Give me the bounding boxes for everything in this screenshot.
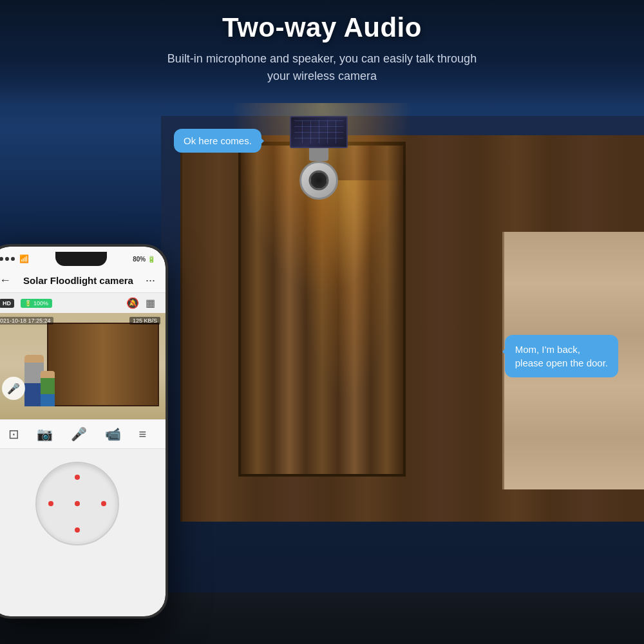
signal-dot-3 — [11, 257, 15, 261]
camera-body — [299, 161, 338, 200]
mic-overlay-button[interactable]: 🎤 — [2, 377, 25, 400]
subtitle-line1: Built-in microphone and speaker, you can… — [167, 52, 477, 65]
phone-screen: 📶 80% 🔋 ← Solar Floodlight camera ··· HD… — [0, 247, 166, 616]
page-subtitle: Built-in microphone and speaker, you can… — [0, 50, 644, 85]
app-toolbar: HD 🔋 100% 🔕 ▦ — [0, 293, 166, 313]
back-button[interactable]: ← — [0, 274, 11, 287]
signal-dots: 📶 — [0, 254, 29, 263]
battery-badge: 🔋 100% — [21, 299, 52, 308]
mute-icon[interactable]: 🔕 — [126, 297, 139, 309]
feed-figure-child — [41, 371, 55, 406]
wifi-icon: 📶 — [19, 254, 29, 263]
camera-mount — [309, 148, 328, 161]
camera-speech-bubble: Ok here comes. — [174, 129, 261, 153]
app-controls: ⊡ 📷 🎤 📹 ≡ — [0, 419, 166, 449]
feed-speed: 125 KB/S — [129, 317, 160, 325]
microphone-button[interactable]: 🎤 — [71, 426, 87, 442]
feed-timestamp: 2021-10-18 17:25:24 — [0, 317, 53, 325]
more-options-button[interactable]: ··· — [146, 274, 155, 287]
joystick-right-dot — [101, 501, 106, 506]
feed-door — [47, 323, 159, 406]
video-button[interactable]: 📹 — [105, 426, 121, 442]
solar-camera — [290, 116, 348, 200]
joystick-center-dot — [75, 501, 80, 506]
person-speech-bubble: Mom, I'm back, please open the door. — [505, 335, 618, 377]
page-title: Two-way Audio — [0, 12, 644, 44]
layout-icon[interactable]: ▦ — [146, 297, 155, 309]
hd-badge: HD — [0, 299, 14, 308]
signal-dot-1 — [0, 257, 3, 261]
app-nav-bar: ← Solar Floodlight camera ··· — [0, 269, 166, 293]
signal-dot-2 — [5, 257, 9, 261]
joystick-top-dot — [75, 475, 80, 480]
feed-content: 🎤 — [0, 313, 166, 419]
header-section: Two-way Audio Built-in microphone and sp… — [0, 0, 644, 104]
battery-status: 80% 🔋 — [133, 256, 155, 263]
subtitle-line2: your wireless camera — [267, 70, 377, 82]
joystick-area — [0, 449, 166, 558]
joystick-bottom-dot — [75, 527, 80, 533]
phone-mockup: 📶 80% 🔋 ← Solar Floodlight camera ··· HD… — [0, 245, 167, 618]
joystick[interactable] — [35, 462, 119, 545]
screenshot-button[interactable]: ⊡ — [8, 426, 19, 442]
battery-icon: 🔋 — [147, 256, 155, 263]
capture-button[interactable]: 📷 — [37, 426, 53, 442]
app-title: Solar Floodlight camera — [16, 275, 140, 286]
solar-panel — [290, 116, 348, 148]
menu-button[interactable]: ≡ — [138, 427, 146, 442]
status-bar: 📶 80% 🔋 — [0, 247, 166, 269]
camera-feed: 🎤 2021-10-18 17:25:24 125 KB/S — [0, 313, 166, 419]
phone-notch — [55, 252, 107, 266]
joystick-left-dot — [48, 501, 53, 506]
